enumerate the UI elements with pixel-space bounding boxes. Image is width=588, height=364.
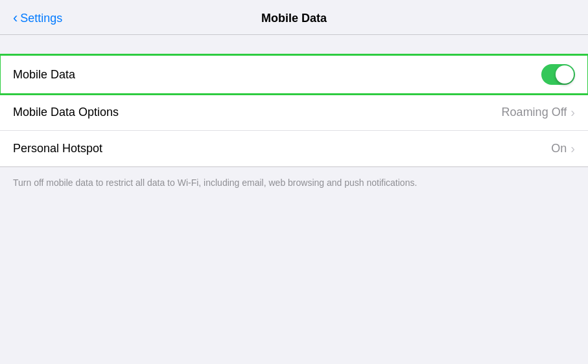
- mobile-data-options-right: Roaming Off ›: [502, 105, 575, 120]
- mobile-data-options-row[interactable]: Mobile Data Options Roaming Off ›: [0, 94, 588, 130]
- mobile-data-row[interactable]: Mobile Data: [0, 55, 588, 94]
- personal-hotspot-label: Personal Hotspot: [13, 142, 102, 155]
- mobile-data-options-value: Roaming Off: [502, 106, 567, 119]
- mobile-data-toggle[interactable]: [541, 64, 575, 85]
- mobile-data-label: Mobile Data: [13, 68, 75, 82]
- header: ‹ Settings Mobile Data: [0, 0, 588, 35]
- personal-hotspot-row[interactable]: Personal Hotspot On ›: [0, 130, 588, 166]
- settings-group: Mobile Data Mobile Data Options Roaming …: [0, 54, 588, 167]
- mobile-data-options-label: Mobile Data Options: [13, 106, 119, 119]
- personal-hotspot-right: On ›: [551, 141, 575, 156]
- chevron-left-icon: ‹: [13, 11, 18, 25]
- chevron-right-icon: ›: [570, 105, 575, 120]
- toggle-knob: [556, 65, 574, 84]
- footer-text: Turn off mobile data to restrict all dat…: [13, 177, 417, 188]
- back-label: Settings: [20, 12, 62, 25]
- personal-hotspot-value: On: [551, 142, 567, 155]
- footer-note: Turn off mobile data to restrict all dat…: [0, 167, 588, 196]
- back-button[interactable]: ‹ Settings: [13, 12, 62, 25]
- spacer: [0, 35, 588, 54]
- page-title: Mobile Data: [261, 12, 327, 25]
- chevron-right-icon-2: ›: [570, 141, 575, 156]
